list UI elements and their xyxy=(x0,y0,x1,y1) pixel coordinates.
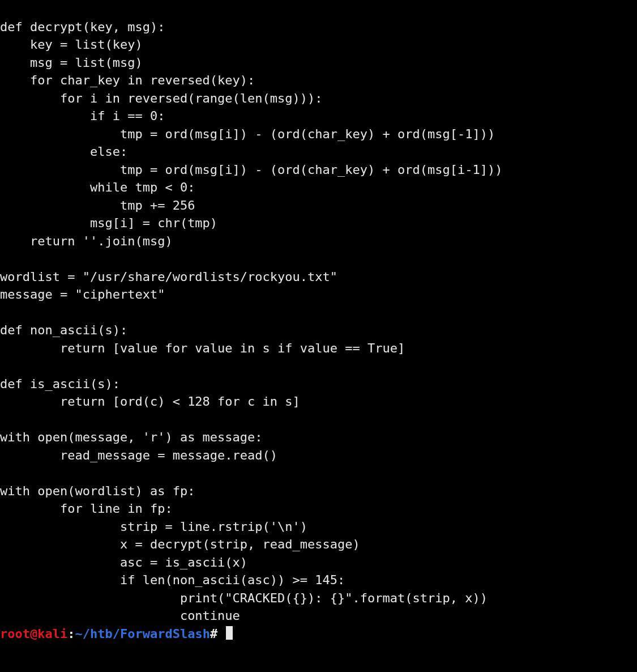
code-line: for line in fp: xyxy=(0,501,173,516)
cursor-icon xyxy=(226,626,233,640)
code-line: if i == 0: xyxy=(0,109,165,123)
code-line: if len(non_ascii(asc)) >= 145: xyxy=(0,573,345,587)
code-line: def non_ascii(s): xyxy=(0,323,127,337)
code-line: message = "ciphertext" xyxy=(0,287,165,301)
code-line: wordlist = "/usr/share/wordlists/rockyou… xyxy=(0,270,337,284)
code-line: return ''.join(msg) xyxy=(0,234,173,248)
code-line: asc = is_ascii(x) xyxy=(0,555,247,569)
code-line: msg = list(msg) xyxy=(0,56,143,70)
code-line: else: xyxy=(0,144,127,159)
prompt-path: ~/htb/ForwardSlash xyxy=(75,627,210,641)
code-line: read_message = message.read() xyxy=(0,448,277,462)
code-line: continue xyxy=(0,609,240,623)
prompt-hash: # xyxy=(210,627,217,641)
code-line: key = list(key) xyxy=(0,37,143,52)
code-line: def is_ascii(s): xyxy=(0,377,120,391)
prompt-separator: : xyxy=(67,627,75,641)
code-line: strip = line.rstrip('\n') xyxy=(0,520,307,534)
code-line: return [ord(c) < 128 for c in s] xyxy=(0,394,300,409)
code-line: for char_key in reversed(key): xyxy=(0,73,255,87)
prompt-user: root@kali xyxy=(0,627,67,641)
code-line: with open(wordlist) as fp: xyxy=(0,484,195,498)
code-line: x = decrypt(strip, read_message) xyxy=(0,537,360,551)
code-line: tmp = ord(msg[i]) - (ord(char_key) + ord… xyxy=(0,163,502,177)
code-line: for i in reversed(range(len(msg))): xyxy=(0,91,323,105)
code-line: with open(message, 'r') as message: xyxy=(0,430,263,444)
code-line: msg[i] = chr(tmp) xyxy=(0,216,217,230)
code-line: while tmp < 0: xyxy=(0,180,195,194)
terminal-output[interactable]: def decrypt(key, msg): key = list(key) m… xyxy=(0,0,637,643)
code-line: return [value for value in s if value ==… xyxy=(0,341,405,355)
code-line: tmp = ord(msg[i]) - (ord(char_key) + ord… xyxy=(0,127,495,141)
code-line: print("CRACKED({}): {}".format(strip, x)… xyxy=(0,591,488,605)
code-line: def decrypt(key, msg): xyxy=(0,20,165,34)
code-line: tmp += 256 xyxy=(0,198,195,212)
shell-prompt[interactable]: root@kali:~/htb/ForwardSlash# xyxy=(0,627,233,641)
